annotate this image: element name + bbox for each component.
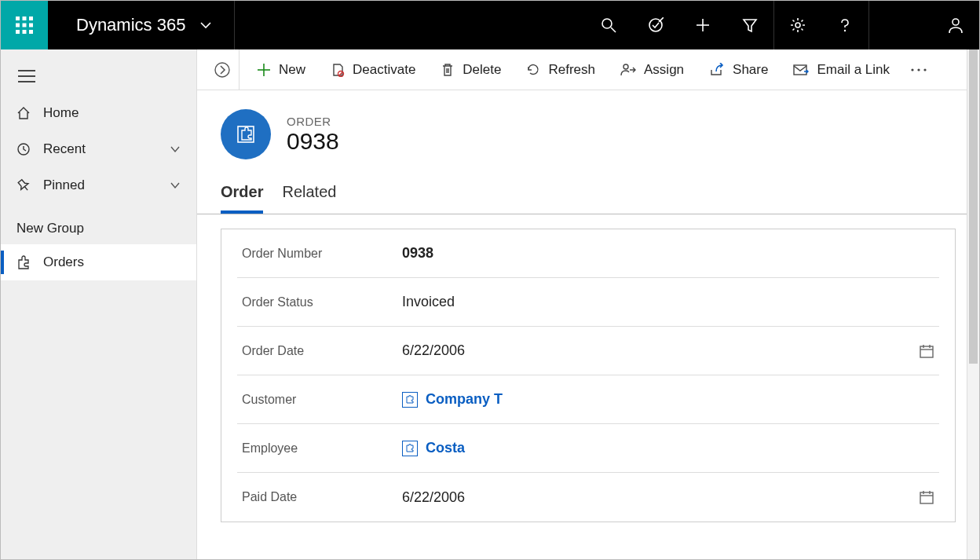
gear-icon xyxy=(790,17,806,33)
field-value: 6/22/2006 xyxy=(402,489,919,506)
form-card: Order Number 0938 Order Status Invoiced … xyxy=(221,229,956,522)
record-header: ORDER 0938 xyxy=(197,90,979,159)
field-label: Customer xyxy=(237,393,402,407)
search-icon xyxy=(601,17,616,33)
vertical-scrollbar[interactable] xyxy=(967,49,979,559)
product-switcher[interactable]: Dynamics 365 xyxy=(48,1,234,49)
entity-type-label: ORDER xyxy=(287,115,339,128)
sidebar: Home Recent Pinned New Group Orders xyxy=(1,49,197,559)
form-tabs: Order Related xyxy=(197,159,979,214)
filter-button[interactable] xyxy=(726,1,773,49)
email-link-button[interactable]: Email a Link xyxy=(781,49,902,90)
lookup-value[interactable]: Costa xyxy=(402,440,939,456)
field-value: 0938 xyxy=(402,245,939,262)
entity-icon xyxy=(402,441,418,456)
lookup-text: Company T xyxy=(426,391,503,408)
brand-label: Dynamics 365 xyxy=(76,15,185,35)
email-icon xyxy=(793,64,809,76)
field-label: Paid Date xyxy=(237,490,402,504)
svg-point-22 xyxy=(215,63,229,77)
svg-rect-28 xyxy=(794,65,806,75)
global-actions xyxy=(585,1,979,49)
svg-point-30 xyxy=(917,68,920,71)
field-paid-date[interactable]: Paid Date 6/22/2006 xyxy=(237,473,939,522)
assign-icon xyxy=(620,63,636,77)
global-topbar: Dynamics 365 xyxy=(1,1,979,49)
svg-rect-4 xyxy=(23,24,27,27)
field-order-date[interactable]: Order Date 6/22/2006 xyxy=(237,327,939,375)
field-employee[interactable]: Employee Costa xyxy=(237,424,939,473)
sidebar-toggle[interactable] xyxy=(1,57,196,95)
person-icon xyxy=(947,16,964,34)
deactivate-icon xyxy=(331,63,345,77)
tab-related[interactable]: Related xyxy=(282,183,336,214)
clock-icon xyxy=(16,142,31,156)
task-button[interactable] xyxy=(632,1,679,49)
pin-icon xyxy=(16,178,31,192)
field-order-status[interactable]: Order Status Invoiced xyxy=(237,278,939,327)
sidebar-item-pinned[interactable]: Pinned xyxy=(1,167,196,203)
ellipsis-icon xyxy=(910,68,927,72)
funnel-icon xyxy=(742,17,758,33)
cmd-label: Refresh xyxy=(548,62,595,78)
sidebar-item-label: Recent xyxy=(43,141,86,157)
svg-point-17 xyxy=(953,19,959,25)
svg-line-10 xyxy=(611,27,616,32)
svg-rect-2 xyxy=(29,16,33,20)
new-button[interactable]: New xyxy=(244,49,318,90)
calendar-icon[interactable] xyxy=(919,489,939,505)
refresh-icon xyxy=(526,63,540,77)
entity-icon xyxy=(402,392,418,408)
svg-rect-37 xyxy=(920,492,933,503)
deactivate-button[interactable]: Deactivate xyxy=(318,49,428,90)
share-button[interactable]: Share xyxy=(697,49,781,90)
field-label: Order Status xyxy=(237,295,402,309)
puzzle-icon xyxy=(16,255,31,269)
trash-icon xyxy=(441,63,455,77)
quick-create-button[interactable] xyxy=(679,1,726,49)
spacer xyxy=(235,1,585,49)
sidebar-item-home[interactable]: Home xyxy=(1,95,196,131)
svg-rect-7 xyxy=(23,30,27,34)
more-commands-button[interactable] xyxy=(902,49,935,90)
sidebar-item-orders[interactable]: Orders xyxy=(1,244,196,280)
help-button[interactable] xyxy=(821,1,868,49)
circle-chevron-icon xyxy=(214,61,231,79)
chevron-down-icon xyxy=(199,19,212,31)
entity-badge xyxy=(221,109,271,159)
calendar-icon[interactable] xyxy=(919,343,939,359)
field-customer[interactable]: Customer Company T xyxy=(237,375,939,424)
plus-icon xyxy=(695,17,711,33)
go-back-button[interactable] xyxy=(205,49,240,90)
settings-button[interactable] xyxy=(774,1,821,49)
cmd-label: New xyxy=(279,62,305,78)
field-order-number[interactable]: Order Number 0938 xyxy=(237,229,939,278)
svg-point-16 xyxy=(844,30,846,31)
tab-order[interactable]: Order xyxy=(221,183,263,214)
refresh-button[interactable]: Refresh xyxy=(514,49,608,90)
sidebar-item-recent[interactable]: Recent xyxy=(1,131,196,167)
assign-button[interactable]: Assign xyxy=(608,49,697,90)
scrollbar-thumb[interactable] xyxy=(969,49,978,364)
sidebar-group-label: New Group xyxy=(1,203,196,244)
account-button[interactable] xyxy=(932,1,979,49)
waffle-icon xyxy=(16,16,33,34)
svg-rect-0 xyxy=(16,16,20,20)
svg-point-29 xyxy=(911,68,913,71)
svg-point-31 xyxy=(923,68,926,71)
task-icon xyxy=(648,17,664,33)
svg-rect-33 xyxy=(920,346,933,357)
entity-icon xyxy=(236,124,256,145)
main-content: New Deactivate Delete Refresh Assign xyxy=(197,49,979,559)
cmd-label: Share xyxy=(733,62,768,78)
user-profile-empty xyxy=(869,1,932,49)
lookup-value[interactable]: Company T xyxy=(402,391,939,408)
entity-title: ORDER 0938 xyxy=(287,115,339,155)
svg-point-15 xyxy=(795,23,800,27)
search-button[interactable] xyxy=(585,1,632,49)
svg-rect-1 xyxy=(23,16,27,20)
app-launcher-button[interactable] xyxy=(1,1,48,49)
svg-point-9 xyxy=(602,19,612,28)
sidebar-item-label: Home xyxy=(43,105,79,121)
delete-button[interactable]: Delete xyxy=(428,49,514,90)
